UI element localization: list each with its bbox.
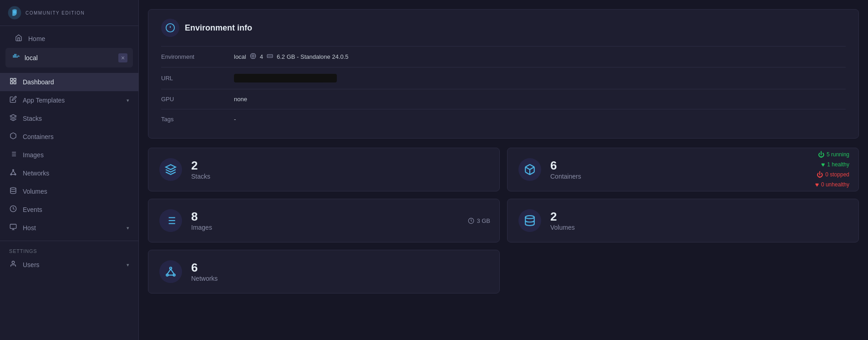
containers-card-icon [518,158,541,181]
env-row-environment: Environment local 4 [161,46,846,67]
sidebar-item-host[interactable]: Host ▾ [0,219,138,237]
dashboard-icon [9,77,17,87]
stacks-card-icon [159,158,182,181]
env-value-url: ██████████████████ [234,74,337,82]
url-masked: ██████████████████ [234,74,337,82]
sidebar-item-images[interactable]: Images [0,146,138,164]
portainer-logo [7,5,22,20]
svg-point-19 [10,187,16,189]
svg-point-24 [12,261,14,263]
logo-text: COMMUNITY EDITION [25,10,85,15]
unhealthy-icon: ♥ [815,181,819,188]
svg-marker-43 [166,165,176,170]
events-icon [9,205,17,214]
networks-card-icon [159,260,182,283]
env-info-title: Environment info [185,23,252,33]
app-templates-arrow: ▾ [127,98,129,103]
networks-count: 6 [191,261,488,274]
env-left: local [11,52,38,64]
stacks-label: Stacks [191,173,488,180]
app-templates-icon [9,96,17,105]
env-close-button[interactable]: × [118,53,127,62]
sidebar-item-stacks[interactable]: Stacks [0,109,138,128]
svg-line-57 [171,269,174,274]
events-label: Events [23,206,129,213]
env-value-gpu: none [234,96,247,103]
env-info-header: Environment info [161,19,846,37]
stacks-card-content: 2 Stacks [191,159,488,180]
svg-point-53 [170,267,172,269]
env-row-url: URL ██████████████████ [161,67,846,89]
nav-divider [0,241,138,241]
containers-count: 6 [550,159,848,172]
networks-card[interactable]: 6 Networks [148,250,500,294]
images-card-content: 8 Images [191,210,488,232]
networks-label: Networks [23,170,129,177]
stacks-card[interactable]: 2 Stacks [148,148,500,191]
networks-icon [9,169,17,178]
volumes-count: 2 [550,210,848,223]
containers-meta: ⏻ 5 running ♥ 1 healthy ⏻ 0 stopped ♥ 0 … [815,151,849,188]
sidebar-item-home[interactable]: Home [5,30,133,48]
volumes-card-icon [518,209,541,232]
running-row: ⏻ 5 running [815,151,849,158]
svg-marker-6 [10,114,16,118]
env-name: local [25,54,38,62]
containers-card-content: 6 Containers [550,159,848,180]
stacks-label: Stacks [23,115,129,122]
sidebar-item-app-templates[interactable]: App Templates ▾ [0,91,138,109]
images-icon [9,150,17,160]
sidebar-item-networks[interactable]: Networks [0,164,138,182]
settings-section-label: Settings [0,245,138,256]
env-value-environment: local 4 [234,53,349,61]
cpu-icon [250,53,256,61]
images-size: 3 GB [477,217,490,224]
home-label: Home [28,35,124,42]
sidebar-item-dashboard[interactable]: Dashboard [0,73,138,91]
sidebar-item-events[interactable]: Events [0,201,138,219]
stats-grid: 2 Stacks 6 Containers ⏻ 5 running [139,148,868,303]
images-card[interactable]: 8 Images 3 GB [148,199,500,242]
containers-label: Containers [550,173,848,180]
svg-rect-5 [14,82,16,84]
stacks-icon [9,114,17,123]
svg-line-56 [167,269,171,274]
volumes-label: Volumes [550,224,848,231]
env-row-gpu: GPU none [161,89,846,109]
containers-card[interactable]: 6 Containers ⏻ 5 running ♥ 1 healthy ⏻ 0… [507,148,859,191]
environment-section: Home local × [0,26,138,73]
images-label: Images [23,151,129,159]
sidebar-item-containers[interactable]: Containers [0,128,138,146]
memory-icon [267,53,273,61]
env-info-card: Environment info Environment local 4 [148,9,859,139]
healthy-icon: ♥ [821,161,825,168]
networks-label: Networks [191,275,488,282]
svg-rect-2 [10,78,13,81]
sidebar-item-users[interactable]: Users ▾ [0,256,138,274]
stopped-row: ⏻ 0 stopped [815,171,849,178]
app-templates-label: App Templates [23,97,121,104]
home-icon [15,34,23,43]
svg-line-16 [11,171,13,174]
images-size-badge: 3 GB [468,217,490,224]
users-icon [9,260,17,269]
svg-point-13 [13,170,14,171]
svg-rect-4 [10,82,13,84]
main-content: Environment info Environment local 4 [139,0,868,340]
volumes-card[interactable]: 2 Volumes [507,199,859,242]
dashboard-label: Dashboard [23,78,129,86]
sidebar-item-volumes[interactable]: Volumes [0,182,138,201]
users-arrow: ▾ [127,262,129,268]
containers-label: Containers [23,133,129,140]
env-name-value: local [234,53,246,60]
host-arrow: ▾ [127,225,129,231]
svg-rect-21 [10,224,16,228]
images-card-icon [159,209,182,232]
svg-rect-29 [252,55,254,57]
svg-rect-3 [14,78,16,81]
svg-line-17 [13,171,15,174]
stopped-count: 0 stopped [825,171,849,178]
svg-point-1 [13,10,16,13]
env-info-icon [161,19,179,37]
images-count: 8 [191,210,488,223]
